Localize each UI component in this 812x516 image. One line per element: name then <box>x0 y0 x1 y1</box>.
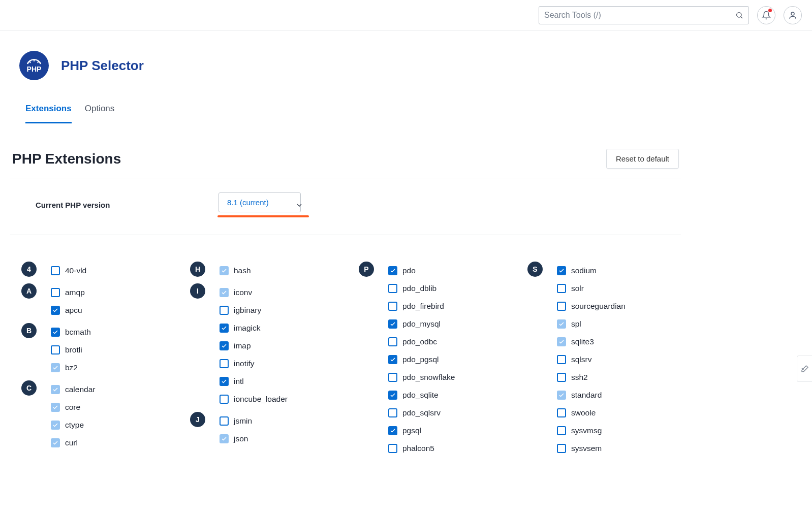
extension-label: sqlsrv <box>571 355 591 364</box>
checkbox[interactable] <box>51 288 60 297</box>
checkbox[interactable] <box>220 416 229 426</box>
checkbox[interactable] <box>557 355 566 364</box>
checkbox[interactable] <box>388 319 397 329</box>
group-letter: H <box>190 262 205 277</box>
extension-ioncube_loader[interactable]: ioncube_loader <box>220 390 343 408</box>
checkbox[interactable] <box>220 324 229 333</box>
extension-ssh2[interactable]: ssh2 <box>557 368 681 386</box>
extension-jsmin[interactable]: jsmin <box>220 412 343 430</box>
checkbox[interactable] <box>388 373 397 382</box>
checkbox[interactable] <box>51 345 60 354</box>
extension-apcu[interactable]: apcu <box>51 301 175 319</box>
extension-label: hash <box>234 266 251 275</box>
extension-label: sodium <box>571 266 597 275</box>
checkbox[interactable] <box>388 444 397 453</box>
extension-label: curl <box>65 438 78 447</box>
checkbox <box>51 438 60 447</box>
extension-pdo_dblib[interactable]: pdo_dblib <box>388 279 512 297</box>
extension-igbinary[interactable]: igbinary <box>220 301 343 319</box>
extension-pdo_sqlite[interactable]: pdo_sqlite <box>388 386 512 404</box>
extension-pdo_snowflake[interactable]: pdo_snowflake <box>388 368 512 386</box>
reset-button[interactable]: Reset to default <box>606 149 679 169</box>
checkbox[interactable] <box>220 341 229 350</box>
extension-sysvmsg[interactable]: sysvmsg <box>557 422 681 439</box>
extension-pdo_sqlsrv[interactable]: pdo_sqlsrv <box>388 404 512 422</box>
checkbox[interactable] <box>388 266 397 275</box>
extension-hash: hash <box>220 262 343 279</box>
extension-bcmath[interactable]: bcmath <box>51 323 175 341</box>
checkbox[interactable] <box>557 408 566 417</box>
group-letter: C <box>21 380 37 396</box>
extension-label: ssh2 <box>571 373 588 382</box>
extension-imap[interactable]: imap <box>220 337 343 354</box>
extension-pdo_odbc[interactable]: pdo_odbc <box>388 333 512 350</box>
search-field[interactable] <box>539 6 749 24</box>
extension-40-vld[interactable]: 40-vld <box>51 262 175 279</box>
extension-pgsql[interactable]: pgsql <box>388 422 512 439</box>
checkbox[interactable] <box>557 426 566 435</box>
extension-brotli[interactable]: brotli <box>51 341 175 359</box>
extension-label: json <box>234 434 248 443</box>
extension-intl[interactable]: intl <box>220 372 343 390</box>
checkbox[interactable] <box>51 266 60 275</box>
version-value: 8.1 (current) <box>227 198 269 207</box>
group-letter: J <box>190 412 205 427</box>
extension-label: standard <box>571 391 602 400</box>
tab-extensions[interactable]: Extensions <box>25 104 72 123</box>
highlight-annotation <box>217 215 309 217</box>
extension-pdo_mysql[interactable]: pdo_mysql <box>388 315 512 333</box>
feedback-tab[interactable] <box>797 356 812 382</box>
extension-label: apcu <box>65 306 82 315</box>
extension-sysvsem[interactable]: sysvsem <box>557 439 681 457</box>
checkbox[interactable] <box>51 328 60 337</box>
divider <box>10 178 681 178</box>
checkbox <box>220 266 229 275</box>
extension-label: pdo <box>402 266 416 275</box>
checkbox[interactable] <box>388 302 397 311</box>
checkbox[interactable] <box>557 302 566 311</box>
extension-label: bcmath <box>65 328 91 337</box>
checkbox[interactable] <box>388 284 397 293</box>
extension-sourceguardian[interactable]: sourceguardian <box>557 297 681 315</box>
checkbox[interactable] <box>557 266 566 275</box>
checkbox[interactable] <box>557 284 566 293</box>
checkbox[interactable] <box>51 306 60 315</box>
checkbox[interactable] <box>388 337 397 346</box>
extension-pdo_firebird[interactable]: pdo_firebird <box>388 297 512 315</box>
checkbox[interactable] <box>388 408 397 417</box>
tab-options[interactable]: Options <box>85 104 115 123</box>
checkbox[interactable] <box>220 359 229 368</box>
checkbox[interactable] <box>557 373 566 382</box>
extension-swoole[interactable]: swoole <box>557 404 681 422</box>
checkbox[interactable] <box>557 444 566 453</box>
extension-pdo_pgsql[interactable]: pdo_pgsql <box>388 350 512 368</box>
checkbox[interactable] <box>388 426 397 435</box>
checkbox[interactable] <box>220 395 229 404</box>
checkbox[interactable] <box>220 306 229 315</box>
version-select[interactable]: 8.1 (current) <box>218 192 301 212</box>
extension-label: spl <box>571 319 581 329</box>
extension-sqlsrv[interactable]: sqlsrv <box>557 350 681 368</box>
extension-label: brotli <box>65 345 82 354</box>
notifications-button[interactable] <box>757 6 775 24</box>
checkbox <box>51 403 60 412</box>
checkbox <box>51 385 60 394</box>
extension-inotify[interactable]: inotify <box>220 354 343 372</box>
checkbox[interactable] <box>220 377 229 386</box>
checkbox[interactable] <box>388 391 397 400</box>
user-menu-button[interactable] <box>784 6 802 24</box>
search-icon <box>735 11 743 19</box>
extension-solr[interactable]: solr <box>557 279 681 297</box>
extension-label: amqp <box>65 288 85 297</box>
checkbox[interactable] <box>388 355 397 364</box>
search-input[interactable] <box>544 11 731 20</box>
extension-sodium[interactable]: sodium <box>557 262 681 279</box>
extension-amqp[interactable]: amqp <box>51 283 175 301</box>
extension-iconv: iconv <box>220 283 343 301</box>
version-label: Current PHP version <box>36 201 218 209</box>
extension-phalcon5[interactable]: phalcon5 <box>388 439 512 457</box>
checkbox <box>51 421 60 430</box>
extension-standard: standard <box>557 386 681 404</box>
extension-imagick[interactable]: imagick <box>220 319 343 337</box>
extension-pdo[interactable]: pdo <box>388 262 512 279</box>
